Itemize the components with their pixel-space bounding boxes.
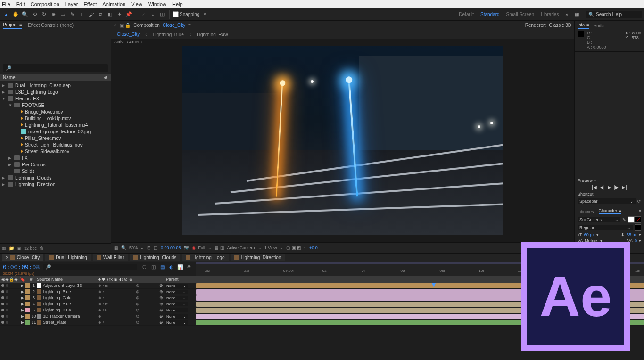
workspace-libraries[interactable]: Libraries [541, 12, 559, 17]
tab-info[interactable]: Info ≡ [578, 23, 589, 29]
layer-row[interactable]: ▶1Adjustment Layer 33⊕/ fx⊚⊚None⌄ [0, 283, 196, 289]
pen-tool-icon[interactable]: ✎ [68, 10, 76, 19]
menu-help[interactable]: Help [172, 1, 183, 7]
comp-tab-lightning-raw[interactable]: Lightning_Raw [194, 31, 231, 38]
hand-tool-icon[interactable]: ✋ [11, 10, 20, 19]
layer-row[interactable]: ▶2Lightning_Blue⊕/⊚⊚None⌄ [0, 289, 196, 295]
layer-row[interactable]: ▶5Lightning_Blue⊕/ fx⊚⊚None⌄ [0, 307, 196, 313]
label-column-header[interactable]: 🔖 [19, 277, 25, 282]
bpc-toggle[interactable]: 32 bpc [24, 246, 37, 251]
comp-header-name[interactable]: Close_City [163, 23, 185, 28]
axis-world-icon[interactable]: ⟁ [149, 10, 157, 19]
shy-icon[interactable]: 👁 [185, 263, 193, 270]
tree-item[interactable]: ▼Electric_FX [0, 95, 111, 102]
viewer-time[interactable]: 0:00:09:08 [161, 245, 181, 250]
tree-item[interactable]: Building_LookUp.mov [0, 115, 111, 122]
play-icon[interactable]: ▶ [608, 185, 611, 190]
project-search-input[interactable]: 🔎 [3, 64, 108, 72]
roto-tool-icon[interactable]: ✦ [115, 10, 124, 19]
layer-row[interactable]: ▶103D Tracker Camera⊕⊚⊚None⌄ [0, 313, 196, 319]
axis-local-icon[interactable]: ⟀ [139, 10, 148, 19]
orbit-tool-icon[interactable]: ⟲ [30, 10, 39, 19]
motion-blur-icon[interactable]: ◐ [167, 263, 175, 270]
workspace-default[interactable]: Default [459, 12, 474, 17]
rotate-tool-icon[interactable]: ↻ [40, 10, 48, 19]
tree-item[interactable]: ▶Lightning_Direction [0, 181, 111, 188]
shortcut-dropdown[interactable]: Spacebar⌄ [578, 198, 636, 204]
comp-mini-flow-icon[interactable]: ⬡ [140, 263, 148, 270]
font-style-dropdown[interactable]: Regular⌄ [578, 225, 633, 230]
timeline-layer-list[interactable]: ▶1Adjustment Layer 33⊕/ fx⊚⊚None⌄▶2Light… [0, 283, 196, 360]
timeline-tab[interactable]: × Close_City [2, 254, 43, 261]
source-name-column-header[interactable]: Source Name [37, 277, 98, 282]
tree-item[interactable]: Lightning_Tutorial Teaser.mp4 [0, 122, 111, 128]
comp-tab-lightning-blue[interactable]: Lightning_Blue [150, 31, 187, 38]
prev-frame-icon[interactable]: ◀| [600, 185, 605, 190]
snapshot-icon[interactable]: 📷 [184, 245, 189, 250]
tree-item[interactable]: ▶E3D_Lightning Logo [0, 89, 111, 95]
exposure-value[interactable]: +0.0 [309, 245, 318, 250]
tree-item[interactable]: Bridge_Move.mov [0, 108, 111, 115]
workspace-small-screen[interactable]: Small Screen [506, 12, 534, 17]
project-column-header[interactable]: Name ⚞ [0, 74, 111, 81]
menu-edit[interactable]: Edit [16, 1, 25, 7]
project-tree[interactable]: ▶Dual_Lightning_Clean.aep▶E3D_Lightning … [0, 81, 111, 243]
next-frame-icon[interactable]: |▶ [614, 185, 619, 190]
tab-effect-controls[interactable]: Effect Controls (none) [28, 23, 74, 28]
puppet-tool-icon[interactable]: 📌 [124, 10, 133, 19]
timeline-tab[interactable]: Lightning_Clouds [130, 254, 180, 261]
tab-character[interactable]: Character ≡ [599, 208, 622, 214]
fill-color-well[interactable] [628, 216, 635, 223]
back-icon[interactable]: « [114, 23, 117, 28]
magnify-icon[interactable]: 🔍 [121, 245, 126, 250]
zoom-value[interactable]: 50% [129, 245, 138, 250]
flowchart-icon[interactable]: ⚞ [104, 75, 108, 80]
clone-tool-icon[interactable]: ⧉ [96, 10, 105, 19]
axis-view-icon[interactable]: ◫ [158, 10, 166, 19]
timeline-tab[interactable]: Lightning_Logo [182, 254, 228, 261]
timeline-timecode[interactable]: 0:00:09:08 [3, 263, 40, 270]
tree-item[interactable]: ▶Dual_Lightning_Clean.aep [0, 82, 111, 89]
type-tool-icon[interactable]: T [77, 10, 86, 19]
menu-window[interactable]: Window [148, 1, 166, 7]
timeline-tab[interactable]: Dual_Lightning [45, 254, 91, 261]
panel-overflow-icon[interactable]: » [639, 208, 641, 214]
layer-row[interactable]: ▶4Lightning_Blue⊕/ fx⊚⊚None⌄ [0, 301, 196, 307]
channels-icon[interactable]: ◉ [192, 245, 196, 250]
tree-item[interactable]: Solids [0, 168, 111, 174]
workspace-panel-icon[interactable]: ▦ [575, 12, 579, 17]
layer-row[interactable]: ▶3Lightning_Gold⊕/⊚⊚None⌄ [0, 295, 196, 301]
comp-tab-close-city[interactable]: Close_City [114, 31, 142, 38]
menu-view[interactable]: View [131, 1, 142, 7]
composition-viewer[interactable]: Active Camera [111, 39, 574, 242]
tree-item[interactable]: mixed_grunge_texture_02.jpg [0, 128, 111, 135]
res-icon[interactable]: ◫ [154, 245, 158, 250]
transparency-icon[interactable]: ▦ ◫ [215, 245, 224, 250]
switches-column-header[interactable]: ♣ ✱ \ fx ▣ ◐ ⊙ ⊕ [98, 277, 136, 282]
interpret-icon[interactable]: ▦ [2, 246, 6, 251]
snap-ext-icon[interactable]: ⚬ [200, 10, 209, 19]
trash-icon[interactable]: 🗑 [40, 246, 44, 251]
camera-dropdown[interactable]: Active Camera [227, 245, 255, 250]
menu-effect[interactable]: Effect [83, 1, 97, 7]
number-column-header[interactable]: # [25, 277, 37, 282]
leading-value[interactable]: 35 px [627, 232, 637, 237]
tree-item[interactable]: ▶Pre-Comps [0, 161, 111, 168]
frame-blend-icon[interactable]: ▤ [158, 263, 166, 270]
anchor-tool-icon[interactable]: ⊕ [49, 10, 58, 19]
resolution-dropdown[interactable]: Full [198, 245, 206, 250]
layer-row[interactable]: ▶11Street_Plate⊕/⊚⊚None⌄ [0, 319, 196, 326]
zoom-tool-icon[interactable]: 🔍 [21, 10, 29, 19]
tree-item[interactable]: ▼FOOTAGE [0, 102, 111, 108]
tree-item[interactable]: ▶FX [0, 155, 111, 161]
menu-file[interactable]: File [2, 1, 10, 7]
tree-item[interactable]: Street_Light_Buildings.mov [0, 141, 111, 148]
timeline-tab[interactable]: Lightning_Direction [231, 254, 285, 261]
reset-icon[interactable]: ⟳ [637, 199, 641, 204]
timeline-tab[interactable]: Wall Pillar [93, 254, 128, 261]
graph-editor-icon[interactable]: 📊 [176, 263, 184, 270]
tab-libraries[interactable]: Libraries [578, 208, 594, 214]
brush-tool-icon[interactable]: 🖌 [87, 10, 95, 19]
new-folder-icon[interactable]: 📁 [9, 246, 14, 251]
shape-tool-icon[interactable]: ▭ [58, 10, 67, 19]
